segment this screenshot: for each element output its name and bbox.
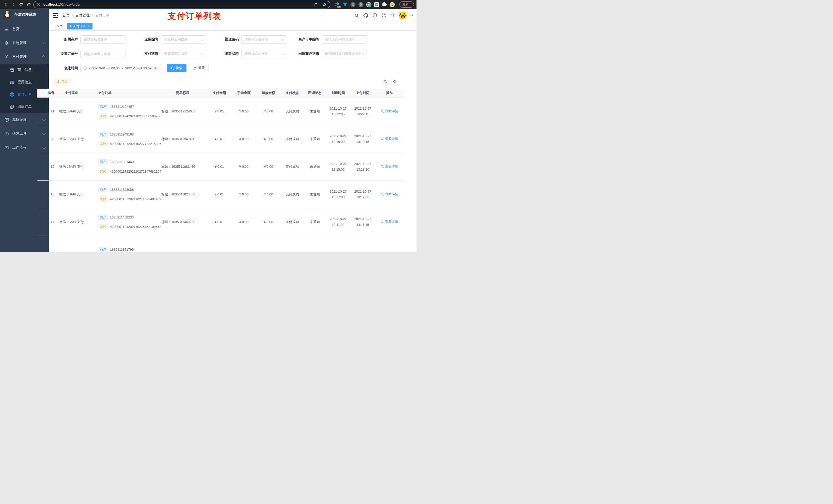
cell-pay-time: 2021-10-2713:18:10 bbox=[351, 153, 375, 181]
app-id-select[interactable]: 请选择应用信息 bbox=[161, 35, 206, 44]
cell-id: 17 bbox=[38, 208, 56, 236]
refresh-icon[interactable] bbox=[391, 78, 398, 85]
browser-back-icon[interactable] bbox=[3, 2, 9, 8]
notify-status-select[interactable]: 请选择订单回调商户状态 bbox=[322, 50, 367, 58]
view-detail-link[interactable]: 查看详情 bbox=[381, 137, 398, 141]
cell-amount: ¥ 0.01 bbox=[207, 153, 232, 181]
col-title: 商品标题 bbox=[158, 89, 207, 98]
documents-icon bbox=[10, 105, 14, 109]
view-detail-link[interactable]: 查看详情 bbox=[381, 219, 398, 224]
sidebar-collapse-icon[interactable] bbox=[53, 13, 58, 18]
tab-close-icon[interactable]: × bbox=[88, 25, 90, 28]
cell-id: 19 bbox=[38, 153, 56, 181]
toggle-search-icon[interactable] bbox=[382, 78, 389, 85]
merchant-badge: 商户 bbox=[98, 104, 108, 109]
cell-channel: 微信 JSAPI 支付 bbox=[56, 181, 87, 208]
reset-button[interactable]: 重置 bbox=[189, 64, 209, 72]
screen: localhost:1024/pay/order 10 ⌘ y 更新 bbox=[0, 0, 416, 252]
help-icon[interactable]: ? bbox=[373, 13, 377, 18]
avatar-dropdown-caret-icon[interactable] bbox=[411, 15, 413, 16]
svg-text:?: ? bbox=[374, 14, 376, 17]
cell-create-time bbox=[326, 236, 351, 252]
yen-circle-icon bbox=[10, 92, 14, 97]
profile-emoji-icon[interactable] bbox=[389, 2, 395, 7]
site-info-icon[interactable] bbox=[37, 2, 41, 8]
pay-badge: 支付 bbox=[98, 196, 108, 201]
merchant-order-no: 1635311468233 bbox=[110, 215, 134, 219]
filter-merchant: 所属商户 bbox=[54, 35, 134, 44]
avatar[interactable] bbox=[399, 11, 406, 19]
filter-create-time: 创建时间 2021-10-01 00:00:00 - 2021-10-31 23… bbox=[54, 64, 161, 72]
refund-status-select[interactable]: 请选择退款状态 bbox=[241, 50, 286, 58]
channel-order-no-input[interactable] bbox=[80, 50, 125, 58]
pay-status-select[interactable]: 请选择支付状态 bbox=[161, 50, 206, 58]
merchant-order-no: 1635312124657 bbox=[110, 105, 134, 109]
table-body: 21 微信 JSAPI 支付 商户 1635312124657 支付 42000… bbox=[38, 98, 404, 252]
extensions-puzzle-icon[interactable] bbox=[382, 2, 387, 7]
cell-refund: ¥ 0.00 bbox=[256, 181, 281, 208]
view-detail-link[interactable]: 查看详情 bbox=[381, 164, 398, 169]
tab-pay-order[interactable]: 支付订单 × bbox=[67, 23, 93, 29]
view-detail-link[interactable]: 查看详情 bbox=[381, 192, 398, 196]
chevron-down-icon bbox=[281, 52, 284, 55]
filter-row-1: 所属商户 应用编号 请选择应用信息 渠道编码 请输入渠道编码 商户订单编号 bbox=[54, 35, 411, 44]
font-size-icon[interactable]: TT bbox=[390, 13, 395, 18]
breadcrumb-payment[interactable]: 支付管理 bbox=[75, 13, 90, 18]
date-end: 2021-10-31 23:59:59 bbox=[125, 66, 156, 70]
url-host: localhost bbox=[43, 3, 57, 6]
cell-amount: ¥ 0.01 bbox=[207, 98, 232, 125]
search-button[interactable]: 搜索 bbox=[167, 64, 187, 72]
extension-chat-icon[interactable] bbox=[374, 2, 379, 7]
sidebar-item-home[interactable]: 首页 bbox=[0, 22, 49, 36]
cell-fee: ¥ 0.00 bbox=[232, 125, 256, 153]
github-icon[interactable] bbox=[363, 13, 368, 18]
date-start: 2021-10-01 00:00:00 bbox=[89, 66, 120, 70]
cell-status bbox=[281, 236, 304, 252]
export-button[interactable]: 导出 bbox=[54, 78, 70, 85]
bookmark-star-icon[interactable] bbox=[321, 2, 327, 8]
tab-home[interactable]: 首页 bbox=[54, 23, 65, 29]
merchant-order-no-input[interactable] bbox=[322, 35, 367, 44]
sidebar-item-app-info[interactable]: 应用信息 bbox=[0, 76, 49, 88]
channel-code-select[interactable]: 请输入渠道编码 bbox=[241, 35, 286, 44]
view-detail-link[interactable]: 查看详情 bbox=[381, 109, 398, 114]
sidebar-item-merchant-info[interactable]: 商户信息 bbox=[0, 64, 49, 76]
url-bar[interactable]: localhost:1024/pay/order bbox=[33, 1, 330, 8]
tags-view-bar: 首页 支付订单 × bbox=[49, 22, 416, 31]
navbar-actions: ? TT bbox=[355, 11, 413, 19]
filter-merchant-order-no: 商户订单编号 bbox=[295, 35, 376, 44]
cell-channel: 微信 JSAPI 支付 bbox=[56, 125, 87, 153]
browser-forward-icon[interactable] bbox=[10, 2, 16, 8]
browser-update-button[interactable]: 更新 bbox=[399, 1, 414, 8]
browser-menu-icon[interactable] bbox=[411, 3, 412, 6]
browser-reload-icon[interactable] bbox=[18, 2, 24, 8]
cell-title bbox=[158, 236, 207, 252]
sidebar-item-system[interactable]: 系统管理 bbox=[0, 36, 49, 50]
share-icon[interactable] bbox=[313, 2, 319, 8]
merchant-input[interactable] bbox=[80, 35, 125, 44]
merchant-badge: 商户 bbox=[98, 131, 108, 137]
extension-gem-icon[interactable] bbox=[342, 2, 348, 7]
merchant-order-no: 1635311351796 bbox=[110, 248, 134, 251]
merchant-order-no: 1635311949168 bbox=[110, 133, 134, 136]
fullscreen-icon[interactable] bbox=[381, 13, 386, 18]
extension-record-icon[interactable] bbox=[358, 2, 363, 7]
merchant-order-line: 商户 1635311351796 bbox=[98, 247, 158, 252]
cell-fee: ¥ 0.00 bbox=[232, 153, 256, 181]
extension-y-icon[interactable]: y bbox=[366, 2, 372, 7]
extension-diamond-icon[interactable]: 10 bbox=[335, 2, 340, 7]
pay-order-line: 支付 4200001167202110271022491439 bbox=[98, 196, 158, 201]
extension-command-icon[interactable]: ⌘ bbox=[351, 2, 356, 7]
pay-order-line: 支付 4200001173202110272847982104 bbox=[98, 169, 158, 174]
filter-row-2: 渠道订单号 支付状态 请选择支付状态 退款状态 请选择退款状态 回调商户状态 请… bbox=[54, 50, 411, 58]
date-range-picker[interactable]: 2021-10-01 00:00:00 - 2021-10-31 23:59:5… bbox=[80, 64, 161, 72]
sidebar-item-payment[interactable]: ¥ 支付管理 bbox=[0, 50, 49, 64]
breadcrumb-home[interactable]: 首页 bbox=[63, 13, 70, 18]
url-path: :1024/pay/order bbox=[57, 3, 80, 6]
search-icon[interactable] bbox=[355, 13, 359, 18]
chevron-down-icon bbox=[281, 38, 284, 41]
url-text: localhost:1024/pay/order bbox=[43, 3, 80, 6]
browser-home-icon[interactable] bbox=[26, 2, 32, 8]
cell-action: 查看详情 bbox=[375, 153, 404, 181]
pay-badge: 支付 bbox=[98, 141, 108, 146]
